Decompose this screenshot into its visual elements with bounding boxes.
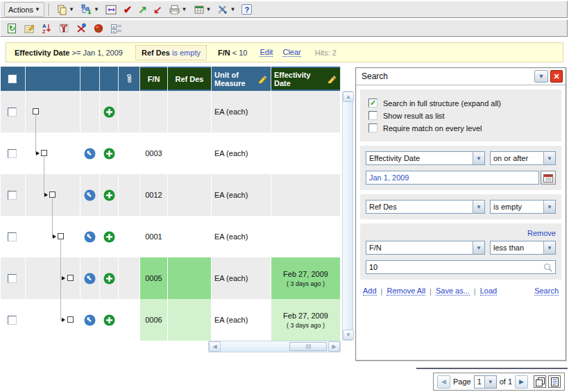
scroll-down-icon[interactable]: ▼ (343, 330, 354, 340)
add-occurrence-icon[interactable] (103, 231, 115, 243)
navigate-up-icon[interactable] (84, 148, 96, 160)
structure-compare-button[interactable]: ▼ (78, 2, 101, 17)
table-row[interactable]: 0003 EA (each) (1, 133, 341, 174)
print-button[interactable]: ▼ (167, 2, 189, 17)
filter-button[interactable] (56, 21, 71, 35)
expand-arrow-icon[interactable] (36, 151, 40, 155)
row-checkbox[interactable] (8, 316, 17, 325)
page-select[interactable]: 1 ▼ (474, 375, 497, 389)
expand-arrow-icon[interactable] (53, 235, 56, 239)
expand-arrow-icon[interactable] (44, 193, 48, 197)
match-every-level-checkbox[interactable] (368, 123, 377, 133)
tree-node-toggle[interactable] (67, 316, 74, 323)
criterion-operator-select[interactable]: on or after ▼ (490, 151, 556, 165)
effectivity-column-header[interactable]: Effectivity Date (271, 67, 341, 91)
scrollbar-thumb[interactable] (289, 342, 327, 351)
demote-button[interactable]: ↙ (151, 2, 164, 17)
prev-page-icon[interactable]: ◀ (437, 375, 450, 389)
navigate-up-icon[interactable] (84, 189, 96, 201)
expand-all-button[interactable]: ++ (108, 21, 125, 35)
full-structure-checkbox[interactable] (368, 99, 377, 108)
uom-column-header[interactable]: Unit of Measure (212, 67, 271, 91)
criterion-field-select[interactable]: Effectivity Date ▼ (366, 151, 485, 165)
promote-button[interactable]: ↗ (136, 2, 149, 17)
edit-notes-button[interactable] (22, 21, 37, 35)
table-row[interactable]: 0012 EA (each) (1, 174, 341, 216)
expand-arrow-icon[interactable] (62, 318, 65, 322)
filter-value-label: is empty (172, 49, 201, 57)
remove-all-link[interactable]: Remove All (387, 287, 425, 296)
table-row[interactable]: 0006 EA (each) Feb 27, 2009( 3 days ago … (1, 299, 341, 341)
add-occurrence-icon[interactable] (103, 148, 115, 160)
filter-clear-link[interactable]: Clear (282, 48, 300, 57)
navigate-up-icon[interactable] (84, 273, 96, 284)
fn-column-header[interactable]: F/N (140, 67, 168, 91)
row-checkbox[interactable] (8, 108, 17, 117)
multi-page-view-button[interactable] (534, 375, 546, 388)
search-options-group: Search in full structure (expand all) Sh… (360, 90, 561, 142)
active-filter-bar: Effectivity Date >= Jan 1, 2009 Ref Des … (6, 42, 563, 62)
refdes-column-header[interactable]: Ref Des (168, 67, 212, 91)
navigate-up-icon[interactable] (84, 231, 96, 243)
tree-node-toggle[interactable] (49, 191, 56, 198)
criterion-field-select[interactable]: Ref Des ▼ (366, 200, 485, 214)
select-all-checkbox[interactable] (8, 74, 17, 83)
run-search-link[interactable]: Search (534, 287, 559, 296)
load-link[interactable]: Load (480, 287, 497, 296)
viewer-button[interactable] (91, 21, 106, 35)
next-page-icon[interactable]: ▶ (515, 375, 528, 389)
effectivity-cell-match: Feb 27, 2009( 3 days ago ) (271, 257, 341, 299)
save-as-link[interactable]: Save as... (436, 287, 470, 296)
filter-field-label: F/N (218, 49, 230, 57)
table-row[interactable]: 0001 EA (each) (1, 216, 341, 257)
add-occurrence-icon[interactable] (103, 189, 115, 201)
validate-button[interactable]: ✔ (121, 2, 135, 17)
tree-node-toggle[interactable] (33, 108, 39, 114)
calendar-picker-button[interactable] (541, 171, 556, 185)
scroll-left-icon[interactable]: ◀ (209, 341, 221, 352)
panel-selector-dropdown[interactable]: ▼ (534, 70, 548, 83)
criterion-value-input[interactable] (366, 260, 556, 274)
single-page-view-button[interactable] (548, 375, 561, 388)
swap-views-button[interactable] (103, 2, 119, 17)
add-occurrence-icon[interactable] (103, 314, 115, 326)
tree-node-toggle[interactable] (41, 150, 47, 156)
horizontal-scrollbar[interactable]: ◀ ▶ (208, 341, 341, 352)
result-as-list-checkbox[interactable] (368, 111, 377, 120)
sort-button[interactable]: AZ (40, 21, 54, 35)
remove-criterion-link[interactable]: Remove (527, 229, 556, 237)
table-row[interactable]: EA (each) (1, 91, 341, 133)
scroll-right-icon[interactable]: ▶ (328, 341, 340, 352)
scroll-up-icon[interactable]: ▲ (343, 92, 354, 102)
add-criterion-link[interactable]: Add (363, 287, 377, 296)
refresh-button[interactable]: ↻ (4, 21, 19, 35)
add-occurrence-icon[interactable] (103, 106, 115, 118)
tree-node-toggle[interactable] (58, 233, 64, 239)
copy-button[interactable]: ▼ (54, 2, 76, 17)
help-button[interactable]: ? (239, 2, 254, 17)
row-checkbox[interactable] (8, 191, 17, 200)
criterion-field-select[interactable]: F/N ▼ (366, 241, 485, 255)
navigate-up-icon[interactable] (84, 314, 96, 326)
unpin-button[interactable] (74, 21, 89, 35)
add-occurrence-icon[interactable] (103, 273, 115, 284)
date-value-input[interactable] (366, 171, 539, 185)
row-checkbox[interactable] (8, 232, 17, 241)
row-checkbox[interactable] (8, 274, 17, 283)
actions-menu-button[interactable]: Actions ▼ (4, 2, 44, 17)
close-icon[interactable]: ✕ (550, 70, 563, 83)
vertical-scrollbar[interactable]: ▲ ▼ (342, 91, 353, 341)
table-view-button[interactable]: ▼ (192, 2, 214, 17)
criterion-operator-select[interactable]: is empty ▼ (490, 200, 556, 214)
table-row[interactable]: 0005 EA (each) Feb 27, 2009( 3 days ago … (1, 257, 341, 299)
row-checkbox[interactable] (8, 149, 17, 158)
criterion-operator-select[interactable]: less than ▼ (490, 241, 556, 255)
checkbox-label: Show result as list (383, 112, 445, 120)
filter-edit-link[interactable]: Edit (260, 48, 273, 57)
refdes-cell (168, 216, 212, 257)
toolbar-separator (49, 3, 50, 16)
expand-arrow-icon[interactable] (62, 276, 65, 280)
uom-cell: EA (each) (212, 91, 271, 133)
tools-button[interactable]: ▼ (215, 2, 237, 17)
tree-node-toggle[interactable] (67, 275, 74, 281)
